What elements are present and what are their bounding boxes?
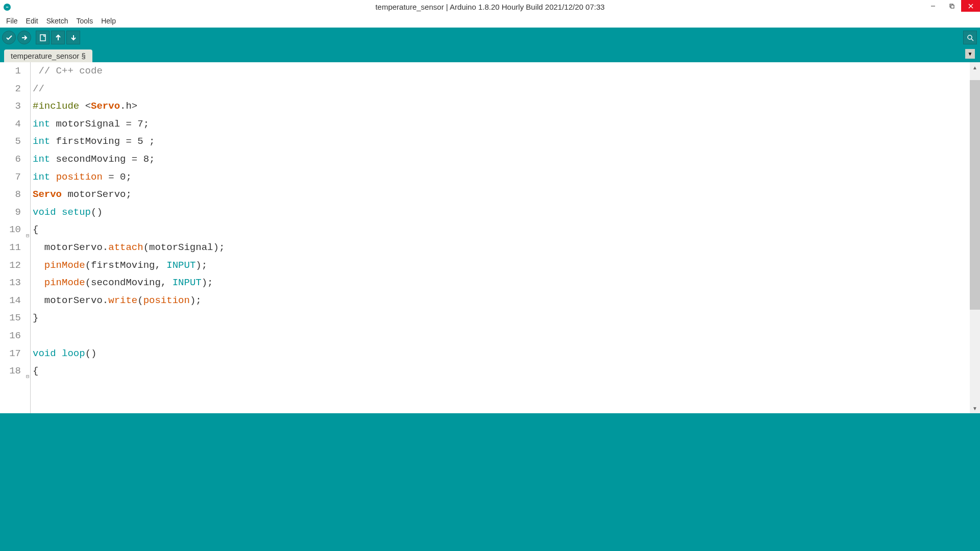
menu-tools[interactable]: Tools — [72, 14, 97, 28]
upload-button[interactable] — [17, 31, 31, 44]
line-number: 18⊟ — [0, 362, 30, 380]
line-gutter: 12345678910⊟1112131415161718⊟ — [0, 62, 31, 413]
line-number: 4 — [0, 115, 30, 133]
code-line[interactable]: { — [33, 221, 970, 239]
menu-bar: File Edit Sketch Tools Help — [0, 14, 980, 28]
line-number: 15 — [0, 309, 30, 327]
svg-point-9 — [968, 35, 972, 39]
line-number: 9 — [0, 204, 30, 221]
line-number: 5 — [0, 133, 30, 151]
line-number: 2 — [0, 80, 30, 98]
svg-rect-6 — [40, 35, 45, 41]
scroll-up-icon[interactable]: ▲ — [970, 62, 980, 72]
editor-wrap: 12345678910⊟1112131415161718⊟ // C++ cod… — [0, 62, 980, 413]
fold-icon[interactable]: ⊟ — [24, 368, 29, 373]
save-button[interactable] — [66, 31, 80, 44]
code-area[interactable]: // C++ code//#include <Servo.h>int motor… — [31, 62, 970, 413]
code-line[interactable]: // C++ code — [33, 62, 970, 80]
menu-sketch[interactable]: Sketch — [42, 14, 72, 28]
code-line[interactable]: #include <Servo.h> — [33, 97, 970, 115]
new-button[interactable] — [36, 31, 50, 44]
line-number: 17 — [0, 345, 30, 363]
fold-icon[interactable]: ⊟ — [24, 228, 29, 233]
code-line[interactable]: Servo motorServo; — [33, 186, 970, 204]
tab-dropdown[interactable]: ▼ — [965, 49, 975, 59]
vertical-scrollbar[interactable]: ▲ ▼ — [970, 62, 980, 413]
code-line[interactable]: pinMode(firstMoving, INPUT); — [33, 257, 970, 274]
tab-bar: temperature_sensor § ▼ — [0, 47, 980, 62]
line-number: 11 — [0, 239, 30, 257]
window-controls — [923, 0, 980, 12]
menu-file[interactable]: File — [2, 14, 22, 28]
code-line[interactable]: motorServo.write(position); — [33, 292, 970, 310]
code-line[interactable]: } — [33, 309, 970, 327]
title-bar: ∞ temperature_sensor | Arduino 1.8.20 Ho… — [0, 0, 980, 14]
scroll-thumb[interactable] — [970, 80, 980, 310]
line-number: 12 — [0, 257, 30, 274]
code-line[interactable]: int secondMoving = 8; — [33, 151, 970, 168]
code-line[interactable]: int firstMoving = 5 ; — [33, 133, 970, 151]
line-number: 16 — [0, 327, 30, 345]
code-line[interactable]: pinMode(secondMoving, INPUT); — [33, 274, 970, 292]
scroll-down-icon[interactable]: ▼ — [970, 403, 980, 413]
code-line[interactable] — [33, 327, 970, 345]
menu-edit[interactable]: Edit — [22, 14, 42, 28]
svg-line-10 — [971, 39, 973, 41]
code-line[interactable]: int motorSignal = 7; — [33, 115, 970, 133]
close-button[interactable] — [961, 0, 980, 12]
window-title: temperature_sensor | Arduino 1.8.20 Hour… — [375, 3, 604, 11]
line-number: 14 — [0, 292, 30, 310]
code-line[interactable]: { — [33, 362, 970, 380]
arduino-icon: ∞ — [4, 4, 11, 11]
tab-temperature-sensor[interactable]: temperature_sensor § — [4, 49, 92, 62]
menu-help[interactable]: Help — [97, 14, 120, 28]
toolbar — [0, 28, 980, 47]
line-number: 6 — [0, 151, 30, 168]
line-number: 8 — [0, 186, 30, 204]
code-line[interactable]: // — [33, 80, 970, 98]
line-number: 3 — [0, 97, 30, 115]
open-button[interactable] — [51, 31, 65, 44]
minimize-button[interactable] — [923, 0, 942, 12]
code-line[interactable]: int position = 0; — [33, 168, 970, 186]
maximize-button[interactable] — [942, 0, 961, 12]
code-editor[interactable]: 12345678910⊟1112131415161718⊟ // C++ cod… — [0, 62, 970, 413]
serial-monitor-button[interactable] — [963, 31, 977, 44]
verify-button[interactable] — [2, 31, 16, 44]
line-number: 1 — [0, 62, 30, 80]
line-number: 7 — [0, 168, 30, 186]
svg-rect-2 — [951, 5, 954, 8]
code-line[interactable]: void setup() — [33, 204, 970, 221]
line-number: 10⊟ — [0, 221, 30, 239]
console-panel — [0, 413, 980, 551]
code-line[interactable]: motorServo.attach(motorSignal); — [33, 239, 970, 257]
line-number: 13 — [0, 274, 30, 292]
code-line[interactable]: void loop() — [33, 345, 970, 363]
